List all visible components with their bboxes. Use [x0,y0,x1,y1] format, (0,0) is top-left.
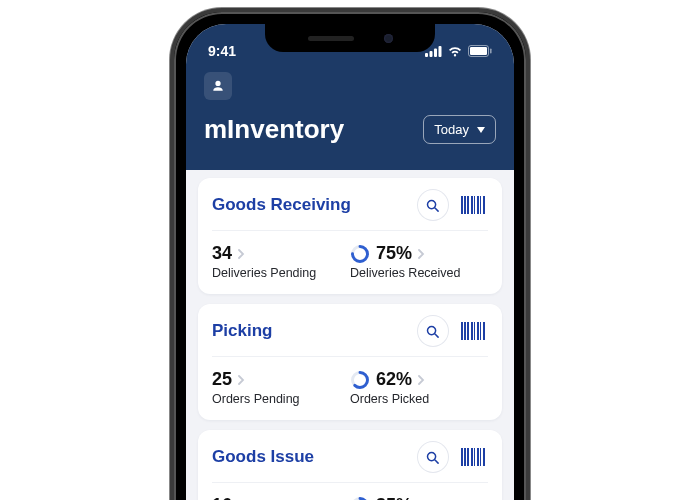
svg-point-11 [428,326,436,334]
card-goods-receiving[interactable]: Goods Receiving 34 Deliverie [198,178,502,294]
search-button[interactable] [418,316,448,346]
card-title: Picking [212,321,272,341]
battery-icon [468,45,492,57]
metric-pending[interactable]: 16 Orders Pending [212,495,350,500]
user-icon [211,79,225,93]
svg-point-7 [428,200,436,208]
metric-value: 62% [376,369,412,390]
svg-rect-3 [439,46,442,57]
card-title: Goods Receiving [212,195,351,215]
metric-value: 34 [212,243,232,264]
svg-rect-6 [490,49,492,54]
metric-value: 35% [376,495,412,500]
date-filter-button[interactable]: Today [423,115,496,144]
card-goods-issue[interactable]: Goods Issue 16 Orders Pendin [198,430,502,500]
profile-button[interactable] [204,72,232,100]
metric-value: 25 [212,369,232,390]
metric-value: 16 [212,495,232,500]
search-button[interactable] [418,190,448,220]
metric-pending[interactable]: 34 Deliveries Pending [212,243,350,280]
search-icon [425,198,440,213]
app-title: mInventory [204,114,344,145]
barcode-scan-button[interactable] [458,190,488,220]
caret-down-icon [477,127,485,133]
metric-value: 75% [376,243,412,264]
svg-line-12 [435,334,438,337]
card-list: Goods Receiving 34 Deliverie [186,170,514,500]
svg-rect-0 [425,53,428,57]
metric-pending[interactable]: 25 Orders Pending [212,369,350,406]
wifi-icon [447,46,463,57]
metric-issued[interactable]: 35% Orders Issued [350,495,488,500]
status-time: 9:41 [208,43,236,59]
svg-point-15 [428,452,436,460]
metric-label: Deliveries Pending [212,266,350,280]
screen: 9:41 mInventory Today Good [186,24,514,500]
metric-received[interactable]: 75% Deliveries Received [350,243,488,280]
progress-ring-icon [350,370,370,390]
progress-ring-icon [350,244,370,264]
svg-line-8 [435,208,438,211]
chevron-right-icon [238,249,245,259]
svg-rect-1 [430,51,433,57]
progress-ring-icon [350,496,370,501]
svg-rect-2 [434,48,437,57]
svg-line-16 [435,460,438,463]
chevron-right-icon [238,375,245,385]
chevron-right-icon [418,249,425,259]
metric-label: Orders Pending [212,392,350,406]
metric-label: Deliveries Received [350,266,488,280]
barcode-scan-button[interactable] [458,442,488,472]
search-button[interactable] [418,442,448,472]
app-header: mInventory Today [186,66,514,170]
svg-rect-5 [470,47,487,55]
date-filter-label: Today [434,122,469,137]
metric-label: Orders Picked [350,392,488,406]
card-title: Goods Issue [212,447,314,467]
chevron-right-icon [418,375,425,385]
barcode-scan-button[interactable] [458,316,488,346]
search-icon [425,324,440,339]
search-icon [425,450,440,465]
metric-picked[interactable]: 62% Orders Picked [350,369,488,406]
phone-frame: 9:41 mInventory Today Good [170,8,530,500]
notch [265,24,435,52]
card-picking[interactable]: Picking 25 Orders Pending [198,304,502,420]
